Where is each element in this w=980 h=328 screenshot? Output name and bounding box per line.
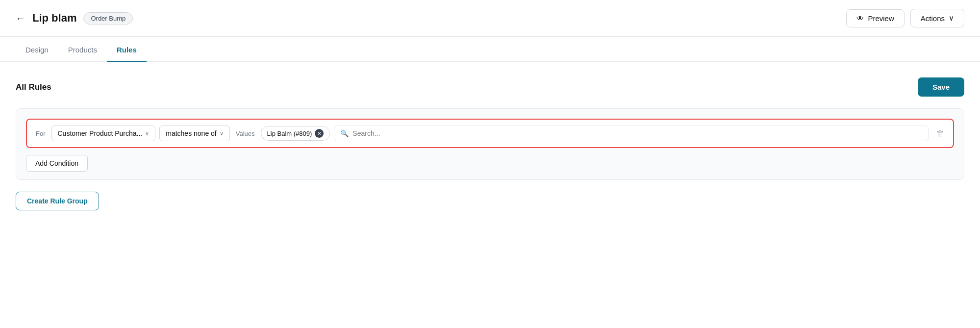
for-label: For <box>34 130 48 137</box>
back-button[interactable]: ← <box>16 13 25 24</box>
trash-icon: 🗑 <box>936 129 944 137</box>
tag-remove-button[interactable]: ✕ <box>315 129 324 138</box>
add-condition-button[interactable]: Add Condition <box>26 155 88 172</box>
back-arrow-icon: ← <box>16 13 25 24</box>
field-dropdown[interactable]: Customer Product Purcha... ∨ <box>51 126 156 141</box>
eye-icon: 👁 <box>856 14 864 23</box>
condition-row: For Customer Product Purcha... ∨ matches… <box>26 119 954 148</box>
order-bump-badge: Order Bump <box>83 12 133 25</box>
delete-condition-button[interactable]: 🗑 <box>934 127 946 140</box>
tab-products[interactable]: Products <box>58 37 107 62</box>
actions-button[interactable]: Actions ∨ <box>910 9 964 27</box>
preview-button[interactable]: 👁 Preview <box>846 9 904 27</box>
main-content: All Rules Save For Customer Product Purc… <box>0 62 980 222</box>
operator-chevron-icon: ∨ <box>220 130 224 137</box>
rule-group: For Customer Product Purcha... ∨ matches… <box>16 108 964 180</box>
header: ← Lip blam Order Bump 👁 Preview Actions … <box>0 0 980 37</box>
operator-value: matches none of <box>166 129 217 137</box>
values-label: Values <box>234 130 257 137</box>
rules-header: All Rules Save <box>16 77 964 97</box>
tab-rules[interactable]: Rules <box>107 37 147 62</box>
page-title: Lip blam <box>32 12 76 25</box>
search-input[interactable] <box>352 129 922 137</box>
header-left: ← Lip blam Order Bump <box>16 12 133 25</box>
field-chevron-icon: ∨ <box>145 130 149 137</box>
operator-dropdown[interactable]: matches none of ∨ <box>159 126 230 141</box>
rules-title: All Rules <box>16 82 51 92</box>
field-value: Customer Product Purcha... <box>58 129 143 137</box>
tag-lip-balm: Lip Balm (#809) ✕ <box>261 126 330 141</box>
header-right: 👁 Preview Actions ∨ <box>846 9 964 27</box>
search-icon: 🔍 <box>340 129 349 137</box>
search-box[interactable]: 🔍 <box>334 126 929 141</box>
tabs: Design Products Rules <box>0 37 980 62</box>
preview-label: Preview <box>868 14 894 23</box>
tag-text: Lip Balm (#809) <box>267 130 312 137</box>
save-button[interactable]: Save <box>918 77 964 97</box>
chevron-down-icon: ∨ <box>949 14 954 23</box>
actions-label: Actions <box>921 14 945 23</box>
tab-design[interactable]: Design <box>16 37 58 62</box>
create-rule-group-button[interactable]: Create Rule Group <box>16 192 99 210</box>
